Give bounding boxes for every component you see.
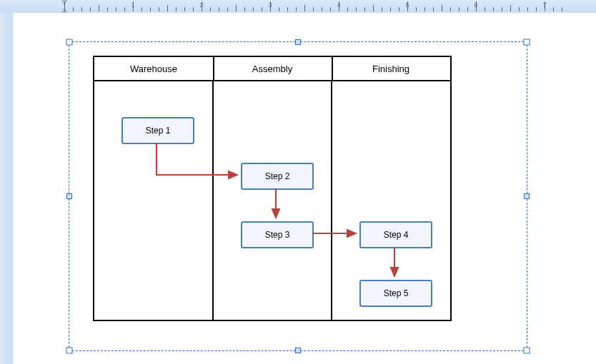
ruler-tick <box>424 7 425 11</box>
ruler-tick <box>107 7 108 11</box>
ruler-number: 7 <box>542 1 546 9</box>
ruler-number: 4 <box>337 1 340 9</box>
ruler-tick <box>442 5 442 11</box>
ruler-tick <box>296 7 297 11</box>
ruler-tick <box>485 7 485 11</box>
ruler-tick <box>141 7 142 11</box>
ruler-tick <box>322 7 322 11</box>
ruler-tick <box>536 7 537 11</box>
ruler-tick <box>81 7 82 11</box>
ruler-tick <box>356 7 357 11</box>
connector-s2-s3[interactable] <box>26 13 596 14</box>
ruler-tick <box>99 5 99 11</box>
ruler-tick <box>64 1 65 11</box>
ruler-tick <box>364 7 365 11</box>
ruler-tick <box>382 7 382 11</box>
horizontal-ruler[interactable]: 1234567 <box>0 0 596 14</box>
ruler-tick <box>450 7 451 11</box>
ruler-tick <box>519 7 520 11</box>
ruler-tick <box>502 7 502 11</box>
ruler-number: 3 <box>268 1 272 9</box>
ruler-tick <box>184 7 185 11</box>
connector-s3-s4[interactable] <box>26 13 596 14</box>
ruler-tick <box>304 5 305 11</box>
ruler-tick <box>90 7 91 11</box>
ruler-number: 1 <box>131 1 134 9</box>
connector-s1-s2[interactable] <box>26 13 596 14</box>
ruler-tick <box>253 7 254 11</box>
ruler-tick <box>167 5 168 11</box>
ruler-number: 2 <box>199 1 203 9</box>
ruler-tick <box>553 7 554 11</box>
connector-s4-s5[interactable] <box>26 13 596 14</box>
ruler-tick <box>262 7 262 11</box>
ruler-tick <box>73 7 74 11</box>
vertical-ruler[interactable] <box>0 13 14 14</box>
ruler-tick <box>227 7 228 11</box>
ruler-tick <box>416 7 417 11</box>
ruler-tick <box>347 7 348 11</box>
ruler-tick <box>459 7 460 11</box>
ruler-number: 6 <box>474 1 477 9</box>
ruler-tick <box>159 7 159 11</box>
ruler-tick <box>176 7 177 11</box>
ruler-tick <box>527 7 528 11</box>
ruler-tick <box>193 7 194 11</box>
ruler-tick <box>279 7 279 11</box>
document-area[interactable]: Warehouse Assembly Finishing Step 1 Step… <box>13 13 596 14</box>
ruler-tick <box>562 7 562 11</box>
ruler-tick <box>433 7 434 11</box>
ruler-tick <box>330 7 331 11</box>
ruler-tick <box>373 5 374 11</box>
ruler-number: 5 <box>405 1 409 9</box>
ruler-tick <box>390 7 391 11</box>
ruler-tick <box>210 7 211 11</box>
ruler-tick <box>116 7 116 11</box>
ruler-tick <box>399 7 399 11</box>
ruler-tick <box>467 7 468 11</box>
ruler-tick <box>510 5 511 11</box>
ruler-tick <box>236 5 237 11</box>
ruler-tick <box>287 7 288 11</box>
ruler-tick <box>219 7 219 11</box>
ruler-tick <box>124 7 125 11</box>
ruler-tick <box>313 7 314 11</box>
ruler-tick <box>150 7 151 11</box>
page: Warehouse Assembly Finishing Step 1 Step… <box>26 13 596 14</box>
ruler-tick <box>493 7 494 11</box>
ruler-tick <box>244 7 245 11</box>
